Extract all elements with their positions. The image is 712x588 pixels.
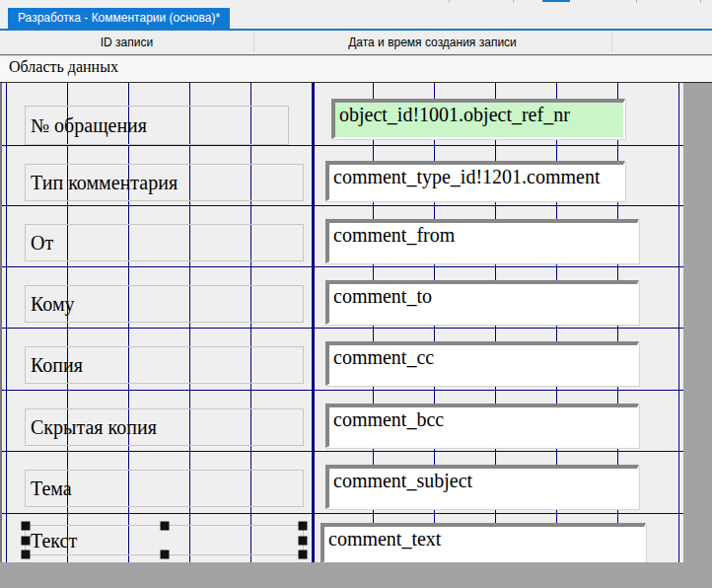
label-text-selected[interactable]: Текст xyxy=(25,525,304,555)
selection-handle-bottom-middle[interactable] xyxy=(160,551,169,559)
label-subject[interactable]: Тема xyxy=(25,470,304,507)
field-comment-text[interactable]: comment_text xyxy=(320,523,646,563)
label-request-number[interactable]: № обращения xyxy=(25,106,289,145)
field-text: comment_to xyxy=(333,285,432,308)
label-text: Тип комментария xyxy=(31,172,178,194)
top-edge-tick xyxy=(700,0,701,3)
field-text: comment_bcc xyxy=(333,408,444,431)
field-text: comment_subject xyxy=(333,470,472,492)
form-designer-window: Разработка - Комментарии (основа)* ID за… xyxy=(0,0,712,588)
label-text: Скрытая копия xyxy=(31,416,157,439)
label-text: Тема xyxy=(31,478,72,500)
designer-row-cc: Копия comment_cc xyxy=(0,329,683,391)
top-edge-tick xyxy=(449,0,450,3)
label-text: Текст xyxy=(31,529,77,551)
field-comment-from[interactable]: comment_from xyxy=(325,219,639,263)
designer-row-bcc: Скрытая копия comment_bcc xyxy=(0,391,683,452)
grid-header-row: ID записи Дата и время создания записи xyxy=(0,31,712,54)
label-text: Кому xyxy=(31,293,75,316)
tab-development-comments[interactable]: Разработка - Комментарии (основа)* xyxy=(8,8,230,29)
grid-header-record-id[interactable]: ID записи xyxy=(0,31,253,54)
field-text: comment_from xyxy=(333,224,455,247)
designer-row-request-number: № обращения object_id!1001.object_ref_nr xyxy=(0,83,683,146)
field-text: object_id!1001.object_ref_nr xyxy=(339,104,570,126)
designer-row-text: Текст comment_text xyxy=(0,514,683,562)
label-text: От xyxy=(31,232,53,255)
designer-row-comment-type: Тип комментария comment_type_id!1201.com… xyxy=(0,146,683,206)
top-edge-tick xyxy=(513,0,514,3)
top-edge-tick xyxy=(636,0,637,3)
label-text: № обращения xyxy=(31,114,147,137)
field-text: comment_cc xyxy=(333,346,434,369)
field-comment-to[interactable]: comment_to xyxy=(325,280,639,325)
top-edge-strip xyxy=(0,0,712,8)
band-title: Область данных xyxy=(9,58,118,76)
selection-handle-bottom-right[interactable] xyxy=(299,551,308,559)
field-comment-bcc[interactable]: comment_bcc xyxy=(325,404,639,448)
grid-header-separator xyxy=(611,33,612,52)
selection-handle-top-middle[interactable] xyxy=(160,522,169,531)
grid-header-creation-datetime[interactable]: Дата и время создания записи xyxy=(253,31,611,54)
field-comment-subject[interactable]: comment_subject xyxy=(325,465,639,509)
label-cc[interactable]: Копия xyxy=(25,346,304,384)
band-data-area[interactable]: Область данных xyxy=(0,54,712,83)
page-left-border xyxy=(0,83,2,562)
selection-handle-top-right[interactable] xyxy=(299,522,308,531)
field-object-ref-nr[interactable]: object_id!1001.object_ref_nr xyxy=(331,99,625,139)
field-text: comment_type_id!1201.comment xyxy=(333,166,601,188)
selection-handle-middle-left[interactable] xyxy=(22,536,31,545)
designer-row-to: Кому comment_to xyxy=(0,267,683,329)
field-comment-cc[interactable]: comment_cc xyxy=(325,341,639,386)
field-text: comment_text xyxy=(328,528,441,551)
band-highlight xyxy=(0,55,712,56)
field-comment-type[interactable]: comment_type_id!1201.comment xyxy=(325,161,625,201)
label-comment-type[interactable]: Тип комментария xyxy=(25,164,304,201)
label-to[interactable]: Кому xyxy=(25,285,304,323)
top-edge-tab-indicator xyxy=(542,0,570,2)
selection-handle-middle-right[interactable] xyxy=(299,536,308,545)
designer-canvas[interactable]: № обращения object_id!1001.object_ref_nr… xyxy=(0,83,683,562)
selection-handle-bottom-left[interactable] xyxy=(22,551,31,559)
outside-page-bottom xyxy=(0,562,712,588)
designer-row-from: От comment_from xyxy=(0,206,683,267)
label-bcc[interactable]: Скрытая копия xyxy=(25,408,304,446)
label-text: Копия xyxy=(31,354,83,377)
designer-row-subject: Тема comment_subject xyxy=(0,452,683,514)
outside-page-right xyxy=(683,83,712,562)
label-from[interactable]: От xyxy=(25,224,304,261)
selection-handle-top-left[interactable] xyxy=(22,522,31,531)
